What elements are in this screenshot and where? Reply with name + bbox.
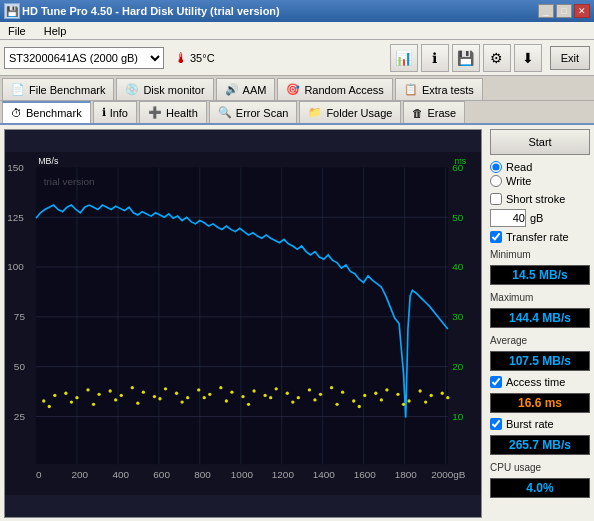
burst-rate-checkbox[interactable] bbox=[490, 418, 502, 430]
window-title: HD Tune Pro 4.50 - Hard Disk Utility (tr… bbox=[20, 5, 538, 17]
svg-point-93 bbox=[335, 403, 338, 406]
tab-benchmark[interactable]: ⏱ Benchmark bbox=[2, 101, 91, 123]
toolbar-icon-4[interactable]: ⚙ bbox=[483, 44, 511, 72]
toolbar-icon-2[interactable]: ℹ bbox=[421, 44, 449, 72]
svg-point-79 bbox=[441, 392, 444, 395]
svg-point-52 bbox=[142, 390, 145, 393]
svg-text:125: 125 bbox=[7, 212, 24, 223]
svg-point-55 bbox=[175, 392, 178, 395]
svg-point-66 bbox=[297, 396, 300, 399]
tab-folder-usage[interactable]: 📁 Folder Usage bbox=[299, 101, 401, 123]
toolbar-icon-1[interactable]: 📊 bbox=[390, 44, 418, 72]
tab-aam[interactable]: 🔊 AAM bbox=[216, 78, 276, 100]
svg-point-80 bbox=[48, 405, 51, 408]
tab-erase[interactable]: 🗑 Erase bbox=[403, 101, 465, 123]
svg-point-78 bbox=[430, 394, 433, 397]
start-button[interactable]: Start bbox=[490, 129, 590, 155]
svg-point-94 bbox=[358, 405, 361, 408]
write-option: Write bbox=[490, 175, 590, 187]
svg-point-73 bbox=[374, 392, 377, 395]
svg-point-72 bbox=[363, 394, 366, 397]
read-radio[interactable] bbox=[490, 161, 502, 173]
maximize-button[interactable]: □ bbox=[556, 4, 572, 18]
svg-point-48 bbox=[97, 393, 100, 396]
random-access-icon: 🎯 bbox=[286, 83, 300, 96]
short-stroke-checkbox[interactable] bbox=[490, 193, 502, 205]
exit-button[interactable]: Exit bbox=[550, 46, 590, 70]
svg-text:1400: 1400 bbox=[313, 469, 336, 480]
file-benchmark-icon: 📄 bbox=[11, 83, 25, 96]
cpu-label: CPU usage bbox=[490, 462, 590, 473]
menu-file[interactable]: File bbox=[4, 25, 30, 37]
svg-text:0: 0 bbox=[36, 469, 42, 480]
window-controls: _ □ ✕ bbox=[538, 4, 590, 18]
tab-disk-monitor[interactable]: 💿 Disk monitor bbox=[116, 78, 213, 100]
write-radio[interactable] bbox=[490, 175, 502, 187]
svg-point-68 bbox=[319, 393, 322, 396]
access-time-checkbox[interactable] bbox=[490, 376, 502, 388]
toolbar-icon-3[interactable]: 💾 bbox=[452, 44, 480, 72]
right-panel: Start Read Write Short stroke gB Transfe… bbox=[486, 125, 594, 521]
svg-point-86 bbox=[180, 400, 183, 403]
svg-text:200: 200 bbox=[71, 469, 88, 480]
transfer-rate-checkbox[interactable] bbox=[490, 231, 502, 243]
svg-point-50 bbox=[120, 394, 123, 397]
close-button[interactable]: ✕ bbox=[574, 4, 590, 18]
app-icon: 💾 bbox=[4, 3, 20, 19]
maximum-value: 144.4 MB/s bbox=[490, 308, 590, 328]
drive-selector[interactable]: ST32000641AS (2000 gB) bbox=[4, 47, 164, 69]
svg-point-90 bbox=[269, 396, 272, 399]
menu-help[interactable]: Help bbox=[40, 25, 71, 37]
svg-point-53 bbox=[153, 395, 156, 398]
tab-bar-1: 📄 File Benchmark 💿 Disk monitor 🔊 AAM 🎯 … bbox=[0, 76, 594, 101]
access-time-value: 16.6 ms bbox=[490, 393, 590, 413]
tab-health[interactable]: ➕ Health bbox=[139, 101, 207, 123]
svg-point-74 bbox=[385, 388, 388, 391]
svg-point-77 bbox=[418, 389, 421, 392]
svg-text:50: 50 bbox=[14, 361, 26, 372]
read-write-options: Read Write bbox=[490, 159, 590, 189]
gb-spinbox[interactable] bbox=[490, 209, 526, 227]
svg-text:600: 600 bbox=[153, 469, 170, 480]
svg-point-67 bbox=[308, 388, 311, 391]
tab-error-scan[interactable]: 🔍 Error Scan bbox=[209, 101, 298, 123]
svg-rect-1 bbox=[36, 167, 448, 464]
tab-extra-tests[interactable]: 📋 Extra tests bbox=[395, 78, 483, 100]
toolbar-icon-5[interactable]: ⬇ bbox=[514, 44, 542, 72]
svg-point-75 bbox=[396, 393, 399, 396]
minimum-label: Minimum bbox=[490, 249, 590, 260]
svg-text:MB/s: MB/s bbox=[38, 156, 59, 166]
svg-text:400: 400 bbox=[112, 469, 129, 480]
svg-point-95 bbox=[380, 398, 383, 401]
svg-text:10: 10 bbox=[452, 411, 464, 422]
main-content: 150 125 100 75 50 25 60 50 40 30 20 10 0… bbox=[0, 125, 594, 521]
svg-text:150: 150 bbox=[7, 162, 24, 173]
svg-point-87 bbox=[203, 396, 206, 399]
minimize-button[interactable]: _ bbox=[538, 4, 554, 18]
tab-bar-2: ⏱ Benchmark ℹ Info ➕ Health 🔍 Error Scan… bbox=[0, 101, 594, 125]
svg-point-59 bbox=[219, 386, 222, 389]
svg-point-82 bbox=[92, 403, 95, 406]
svg-point-97 bbox=[424, 400, 427, 403]
svg-text:25: 25 bbox=[14, 411, 26, 422]
svg-point-54 bbox=[164, 387, 167, 390]
tab-file-benchmark[interactable]: 📄 File Benchmark bbox=[2, 78, 114, 100]
tab-random-access[interactable]: 🎯 Random Access bbox=[277, 78, 392, 100]
burst-rate-value: 265.7 MB/s bbox=[490, 435, 590, 455]
svg-point-62 bbox=[252, 389, 255, 392]
svg-text:40: 40 bbox=[452, 261, 464, 272]
svg-point-58 bbox=[208, 393, 211, 396]
tab-info[interactable]: ℹ Info bbox=[93, 101, 137, 123]
svg-point-64 bbox=[275, 387, 278, 390]
disk-monitor-icon: 💿 bbox=[125, 83, 139, 96]
svg-point-47 bbox=[86, 388, 89, 391]
svg-point-88 bbox=[225, 399, 228, 402]
svg-text:50: 50 bbox=[452, 212, 464, 223]
folder-usage-icon: 📁 bbox=[308, 106, 322, 119]
svg-point-89 bbox=[247, 403, 250, 406]
svg-point-76 bbox=[407, 399, 410, 402]
benchmark-chart: 150 125 100 75 50 25 60 50 40 30 20 10 0… bbox=[5, 130, 481, 517]
info-icon: ℹ bbox=[102, 106, 106, 119]
svg-text:800: 800 bbox=[194, 469, 211, 480]
svg-text:75: 75 bbox=[14, 311, 26, 322]
